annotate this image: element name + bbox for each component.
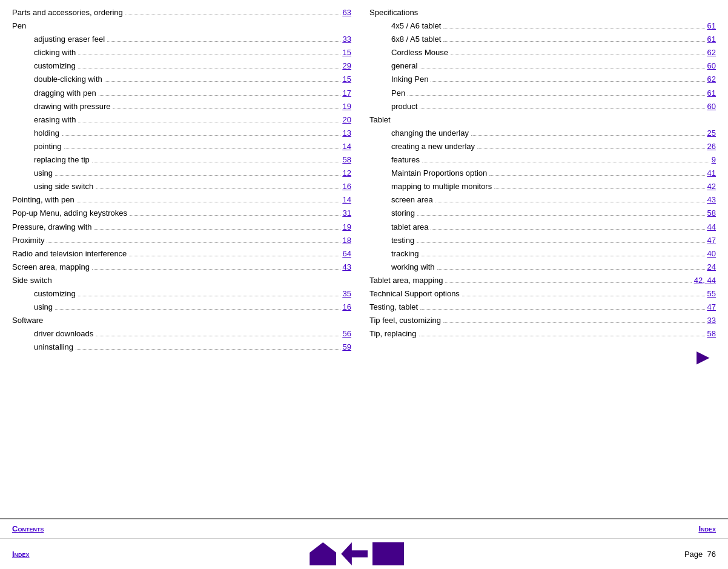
entry-page-link[interactable]: 25 — [707, 127, 716, 140]
list-item: erasing with20 — [12, 113, 351, 127]
entry-page-link[interactable]: 16 — [343, 180, 351, 193]
entry-page-link[interactable]: 61 — [707, 19, 716, 33]
entry-label: Pointing, with pen — [12, 193, 74, 207]
entry-page-link[interactable]: 61 — [707, 33, 716, 46]
entry-page-link[interactable]: 62 — [707, 73, 716, 86]
dotted-separator — [77, 202, 340, 202]
entry-label: Specifications — [369, 6, 418, 19]
entry-label: Tablet area, mapping — [369, 274, 443, 287]
dotted-separator — [443, 322, 705, 323]
list-item: Pen — [12, 19, 351, 33]
dotted-separator — [417, 215, 705, 216]
entry-page-link[interactable]: 17 — [343, 87, 351, 100]
dotted-separator — [443, 28, 704, 28]
entry-label: Cordless Mouse — [369, 46, 448, 59]
entry-page-link[interactable]: 26 — [707, 140, 716, 153]
entry-page-link[interactable]: 41 — [707, 167, 716, 180]
entry-label: Inking Pen — [369, 73, 428, 86]
entry-page-link[interactable]: 64 — [343, 247, 351, 261]
entry-page-link[interactable]: 15 — [343, 73, 351, 86]
dotted-separator — [47, 242, 340, 243]
dotted-separator — [64, 148, 340, 149]
list-item: Tip, replacing58 — [369, 327, 716, 341]
entry-label: screen area — [369, 193, 433, 207]
list-item: Pointing, with pen14 — [12, 193, 351, 207]
entry-page-link-multi[interactable]: 42, 44 — [694, 274, 716, 287]
footer: Contents Index Index Page 76 — [0, 518, 728, 569]
dotted-separator — [96, 336, 340, 336]
entry-label: customizing — [12, 287, 76, 301]
entry-page-link[interactable]: 20 — [343, 113, 351, 127]
dotted-separator — [494, 188, 704, 189]
dotted-separator — [129, 256, 340, 256]
entry-page-link[interactable]: 33 — [343, 33, 351, 46]
list-item: 4x5 / A6 tablet61 — [369, 19, 716, 33]
entry-page-link[interactable]: 9 — [712, 153, 716, 167]
entry-page-link[interactable]: 14 — [343, 193, 351, 207]
entry-page-link[interactable]: 58 — [707, 327, 716, 341]
dotted-separator — [125, 15, 340, 15]
next-page-arrow[interactable]: ▶ — [369, 347, 716, 367]
dotted-separator — [477, 148, 705, 149]
list-item: Specifications — [369, 6, 716, 19]
entry-page-link[interactable]: 19 — [343, 221, 351, 234]
entry-page-link[interactable]: 60 — [707, 100, 716, 113]
list-item: dragging with pen17 — [12, 87, 351, 100]
entry-page-link[interactable]: 19 — [343, 100, 351, 113]
entry-page-link[interactable]: 14 — [343, 140, 351, 153]
entry-page-link[interactable]: 59 — [343, 341, 351, 354]
home-button[interactable] — [309, 542, 336, 565]
dotted-separator — [420, 309, 704, 310]
entry-page-link[interactable]: 33 — [707, 314, 716, 327]
entry-page-link[interactable]: 63 — [343, 6, 351, 19]
entry-page-link[interactable]: 58 — [343, 153, 351, 167]
list-item: customizing29 — [12, 59, 351, 73]
entry-label: creating a new underlay — [369, 140, 475, 153]
entry-page-link[interactable]: 12 — [343, 167, 351, 180]
entry-page-link[interactable]: 42 — [707, 180, 716, 193]
entry-page-link[interactable]: 40 — [707, 247, 716, 261]
list-item: clicking with15 — [12, 46, 351, 59]
split-nav-button[interactable] — [372, 542, 404, 565]
list-item: changing the underlay25 — [369, 127, 716, 140]
entry-page-link[interactable]: 55 — [707, 287, 716, 301]
entry-page-link[interactable]: 62 — [707, 46, 716, 59]
back-button[interactable] — [341, 542, 368, 565]
contents-link[interactable]: Contents — [12, 524, 44, 533]
entry-page-link[interactable]: 31 — [343, 207, 351, 220]
dotted-separator — [99, 95, 340, 96]
entry-page-link[interactable]: 60 — [707, 59, 716, 73]
index-link-bottom[interactable]: Index — [12, 550, 30, 559]
entry-page-link[interactable]: 13 — [343, 127, 351, 140]
entry-label: Maintain Proportions option — [369, 167, 487, 180]
entry-label: Radio and television interference — [12, 247, 127, 261]
entry-label: double-clicking with — [12, 73, 102, 86]
entry-page-link[interactable]: 47 — [707, 234, 716, 247]
entry-page-link[interactable]: 47 — [707, 301, 716, 314]
right-index-column: Specifications4x5 / A6 tablet616x8 / A5 … — [363, 6, 716, 512]
entry-page-link[interactable]: 35 — [343, 287, 351, 301]
entry-page-link[interactable]: 61 — [707, 87, 716, 100]
entry-page-link[interactable]: 43 — [343, 261, 351, 274]
entry-page-link[interactable]: 44 — [707, 221, 716, 234]
dotted-separator — [489, 175, 704, 176]
list-item: using side switch16 — [12, 180, 351, 193]
entry-page-link[interactable]: 15 — [343, 46, 351, 59]
entry-page-link[interactable]: 56 — [343, 327, 351, 341]
list-item: double-clicking with15 — [12, 73, 351, 86]
dotted-separator — [78, 68, 340, 68]
entry-page-link[interactable]: 16 — [343, 301, 351, 314]
entry-page-link[interactable]: 24 — [707, 261, 716, 274]
index-link-top[interactable]: Index — [698, 524, 716, 533]
dotted-separator — [420, 108, 704, 109]
entry-page-link[interactable]: 43 — [707, 193, 716, 207]
entry-page-link[interactable]: 29 — [343, 59, 351, 73]
entry-label: changing the underlay — [369, 127, 469, 140]
navigation-buttons — [309, 542, 404, 565]
list-item: Pressure, drawing with19 — [12, 221, 351, 234]
entry-label: Screen area, mapping — [12, 261, 90, 274]
entry-label: erasing with — [12, 113, 76, 127]
entry-page-link[interactable]: 18 — [343, 234, 351, 247]
entry-page-link[interactable]: 58 — [707, 207, 716, 220]
list-item: Proximity18 — [12, 234, 351, 247]
